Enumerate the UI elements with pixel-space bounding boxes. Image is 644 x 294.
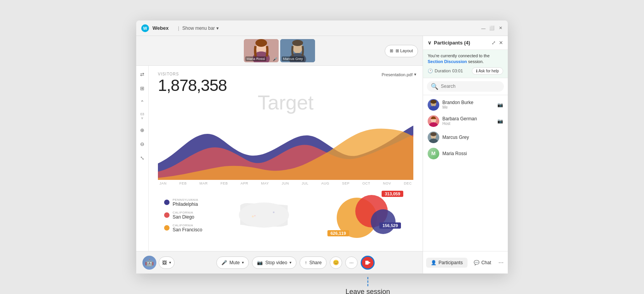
pdf-filename: Presentation.pdf [382,72,413,77]
video-thumb-maria[interactable]: Maria Rossi 🎤 [244,39,279,62]
participant-info-maria: Maria Rossi [442,151,503,156]
participants-list: Brandon Burke Me 📷 Barb [423,95,508,251]
participant-info-brandon: Brandon Burke Me [442,100,494,109]
legend-dot-sandiego [164,212,170,218]
stop-video-button[interactable]: 📷 Stop video ▾ [252,256,296,269]
svg-point-10 [239,203,289,228]
reactions-button[interactable]: 🖼 ▾ [159,256,175,269]
leave-session-tooltip: Leave session [346,277,390,294]
minimize-button[interactable]: — [481,26,486,31]
svg-point-5 [255,39,267,47]
chart-container: VISITORS 1,878,358 Presentation.pdf ▾ Ta… [149,66,423,251]
participant-role-brandon: Me [442,105,494,109]
share-icon: ↑ [305,260,307,265]
leave-session-button[interactable] [361,256,375,270]
video-thumb-marcus[interactable]: Marcus Grey [280,39,315,62]
pdf-label-button[interactable]: Presentation.pdf ▾ [382,72,416,77]
participant-info-marcus: Marcus Grey [442,135,503,140]
video-icon: 📷 [257,260,263,265]
stop-video-label: Stop video [265,260,287,265]
panel-search: 🔍 [423,78,508,95]
bottom-section: PENNSYLVANIA Philadelphia CALIFORNIA San… [158,185,413,245]
duration-value: 03:01 [452,68,463,73]
leave-session-wrapper: Leave session [361,256,375,270]
ai-assistant-button[interactable]: 🤖 [142,256,156,270]
zoom-in-icon[interactable]: ⊕ [139,126,146,134]
side-toolbar: ⇄ ⊞ ⌃ 03∨ ⊕ ⊖ ⤡ [136,66,149,251]
legend-item-sanfrancisco: CALIFORNIA San Francisco [164,224,202,232]
svg-point-25 [429,138,438,143]
svg-point-13 [254,215,256,217]
avatar-barbara [428,115,439,127]
search-input[interactable] [441,84,500,89]
bubble-chart: 313,059 626,119 156,529 [326,190,403,240]
page-indicator: 03∨ [140,112,144,120]
grid-icon[interactable]: ⊞ [139,84,146,92]
close-panel-icon[interactable]: ✕ [499,40,503,46]
webex-logo-icon: W [141,24,149,32]
zoom-out-icon[interactable]: ⊖ [139,140,146,148]
us-map-area [209,194,320,236]
window-controls: — ⬜ ✕ [481,26,503,31]
participant-icon-brandon: 📷 [497,102,503,108]
svg-text:W: W [143,26,147,31]
toolbar-left: 🤖 🖼 ▾ [142,256,175,270]
session-info: You're currently connected to the Sectio… [423,50,508,78]
us-map-icon [229,194,299,236]
bubble-label-313: 313,059 [382,191,403,197]
participant-name-brandon: Brandon Burke [442,100,494,105]
expand-panel-icon[interactable]: ⤢ [492,40,496,46]
chat-tab-button[interactable]: 💬 Chat [469,258,496,268]
show-menu-bar-button[interactable]: Show menu bar ▾ [182,26,219,31]
video-bar: Maria Rossi 🎤 Marcus Grey [136,36,423,66]
mic-icon: 🎤 [221,260,227,265]
video-label-marcus: Marcus Grey [282,56,304,61]
participant-name-maria: Maria Rossi [442,151,503,156]
emoji-button[interactable]: 😊 [330,256,342,269]
mute-chevron-icon: ▾ [242,260,244,265]
session-name: Section Discussion [428,59,467,64]
participant-item-maria: M Maria Rossi [423,145,508,162]
chat-label: Chat [481,260,491,265]
maximize-button[interactable]: ⬜ [489,26,495,31]
share-button[interactable]: ↑ Share [300,256,327,269]
bottom-toolbar: 🤖 🖼 ▾ 🎤 Mute ▾ 📷 Stop video [136,251,423,273]
leave-session-label: Leave session [346,288,390,294]
legend-text-sandiego: CALIFORNIA San Diego [173,211,194,220]
legend-text-sanfrancisco: CALIFORNIA San Francisco [173,224,202,232]
main-area: Maria Rossi 🎤 Marcus Grey [136,36,508,273]
stop-video-chevron-icon: ▾ [289,260,291,265]
fullscreen-icon[interactable]: ⤡ [139,154,146,162]
panel-title-text: Participants (4) [434,40,470,46]
share-label: Share [309,260,322,265]
svg-point-21 [430,100,437,104]
participant-name-barbara: Barbara German [442,116,494,121]
mute-button[interactable]: 🎤 Mute ▾ [216,256,249,269]
ask-help-button[interactable]: ℹ Ask for help [472,67,503,75]
leave-icon [365,260,371,266]
mic-icon-maria: 🎤 [273,57,277,61]
layout-button[interactable]: ⊞ ⊞ Layout [385,45,418,57]
presentation-area: ⇄ ⊞ ⌃ 03∨ ⊕ ⊖ ⤡ VISITORS 1,878,358 Prese… [136,66,423,251]
panel-more-button[interactable]: ··· [497,257,505,268]
pdf-chevron-icon: ▾ [414,72,416,77]
titlebar: W Webex | Show menu bar ▾ — ⬜ ✕ [136,21,508,36]
participants-tab-button[interactable]: 👤 Participants [426,258,468,268]
session-info-text: You're currently connected to the Sectio… [428,53,503,65]
avatar-marcus [428,132,439,143]
panel-header-icons: ⤢ ✕ [492,40,503,46]
participant-item-brandon: Brandon Burke Me 📷 [423,97,508,113]
svg-point-9 [292,40,303,46]
collapse-icon[interactable]: ⌃ [139,98,146,106]
bubble-label-626: 626,119 [327,230,349,236]
legend-item-philadelphia: PENNSYLVANIA Philadelphia [164,198,202,207]
sync-icon[interactable]: ⇄ [139,70,146,78]
video-bar-wrapper: Maria Rossi 🎤 Marcus Grey [136,36,423,66]
close-button[interactable]: ✕ [498,26,503,31]
mute-label: Mute [230,260,240,265]
more-button[interactable]: ··· [345,256,358,269]
menu-chevron-icon: ▾ [216,26,219,31]
duration-badge: 🕐 Duration 03:01 [428,68,463,74]
clock-icon: 🕐 [428,68,433,74]
legend-item-sandiego: CALIFORNIA San Diego [164,211,202,220]
